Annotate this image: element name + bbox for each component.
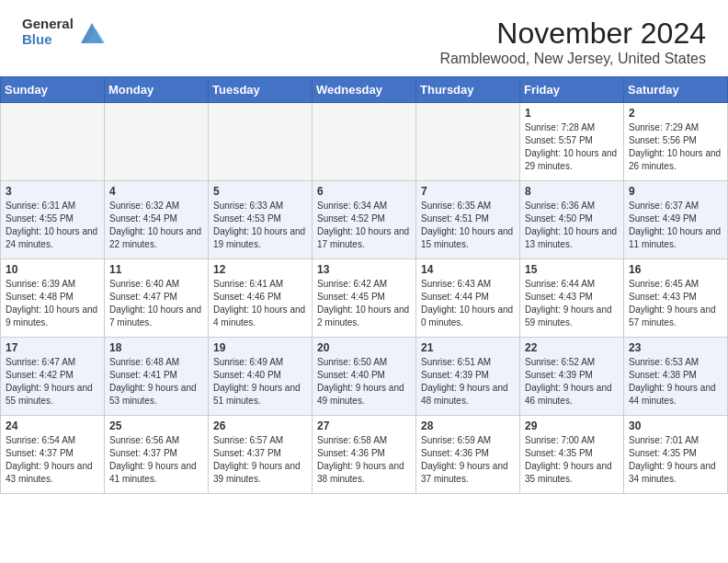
calendar-cell: 6Sunrise: 6:34 AM Sunset: 4:52 PM Daylig… <box>313 181 416 259</box>
calendar-header-saturday: Saturday <box>624 77 728 103</box>
calendar-header-sunday: Sunday <box>1 77 105 103</box>
calendar-cell: 19Sunrise: 6:49 AM Sunset: 4:40 PM Dayli… <box>209 338 313 416</box>
day-info: Sunrise: 7:01 AM Sunset: 4:35 PM Dayligh… <box>629 434 722 486</box>
day-info: Sunrise: 6:47 AM Sunset: 4:42 PM Dayligh… <box>6 356 99 408</box>
calendar-cell: 30Sunrise: 7:01 AM Sunset: 4:35 PM Dayli… <box>624 416 728 494</box>
day-info: Sunrise: 7:29 AM Sunset: 5:56 PM Dayligh… <box>629 121 722 173</box>
day-info: Sunrise: 6:43 AM Sunset: 4:44 PM Dayligh… <box>421 278 515 329</box>
calendar-cell: 13Sunrise: 6:42 AM Sunset: 4:45 PM Dayli… <box>313 259 416 338</box>
logo-text: General Blue <box>22 17 74 47</box>
day-number: 6 <box>317 185 411 198</box>
calendar-cell: 1Sunrise: 7:28 AM Sunset: 5:57 PM Daylig… <box>520 103 624 181</box>
day-info: Sunrise: 6:40 AM Sunset: 4:47 PM Dayligh… <box>109 278 203 329</box>
logo-general: General <box>22 17 74 32</box>
calendar-cell <box>313 103 416 181</box>
day-info: Sunrise: 6:34 AM Sunset: 4:52 PM Dayligh… <box>317 200 411 251</box>
calendar-cell: 2Sunrise: 7:29 AM Sunset: 5:56 PM Daylig… <box>624 103 728 181</box>
calendar-cell <box>416 103 520 181</box>
day-number: 1 <box>525 107 619 120</box>
calendar-row-0: 1Sunrise: 7:28 AM Sunset: 5:57 PM Daylig… <box>1 103 728 181</box>
day-info: Sunrise: 6:42 AM Sunset: 4:45 PM Dayligh… <box>317 278 411 329</box>
day-number: 22 <box>525 341 619 354</box>
day-info: Sunrise: 6:58 AM Sunset: 4:36 PM Dayligh… <box>317 434 411 486</box>
calendar-cell: 16Sunrise: 6:45 AM Sunset: 4:43 PM Dayli… <box>624 259 728 338</box>
day-number: 18 <box>109 341 203 354</box>
day-info: Sunrise: 6:51 AM Sunset: 4:39 PM Dayligh… <box>421 356 515 408</box>
calendar-cell: 28Sunrise: 6:59 AM Sunset: 4:36 PM Dayli… <box>416 416 520 494</box>
day-info: Sunrise: 7:00 AM Sunset: 4:35 PM Dayligh… <box>525 434 619 486</box>
calendar-cell: 4Sunrise: 6:32 AM Sunset: 4:54 PM Daylig… <box>105 181 209 259</box>
calendar-cell: 10Sunrise: 6:39 AM Sunset: 4:48 PM Dayli… <box>1 259 105 338</box>
calendar-cell: 21Sunrise: 6:51 AM Sunset: 4:39 PM Dayli… <box>416 338 520 416</box>
calendar-header-friday: Friday <box>520 77 624 103</box>
calendar-cell: 26Sunrise: 6:57 AM Sunset: 4:37 PM Dayli… <box>209 416 313 494</box>
day-info: Sunrise: 6:48 AM Sunset: 4:41 PM Dayligh… <box>109 356 203 408</box>
logo-blue: Blue <box>22 32 74 48</box>
day-number: 27 <box>317 419 411 432</box>
day-info: Sunrise: 6:56 AM Sunset: 4:37 PM Dayligh… <box>109 434 203 486</box>
calendar-cell: 9Sunrise: 6:37 AM Sunset: 4:49 PM Daylig… <box>624 181 728 259</box>
day-info: Sunrise: 6:50 AM Sunset: 4:40 PM Dayligh… <box>317 356 411 408</box>
month-title: November 2024 <box>439 17 706 51</box>
day-number: 14 <box>421 263 515 276</box>
calendar-cell <box>209 103 313 181</box>
calendar-cell: 3Sunrise: 6:31 AM Sunset: 4:55 PM Daylig… <box>1 181 105 259</box>
day-info: Sunrise: 6:49 AM Sunset: 4:40 PM Dayligh… <box>213 356 307 408</box>
day-number: 7 <box>421 185 515 198</box>
day-info: Sunrise: 6:44 AM Sunset: 4:43 PM Dayligh… <box>525 278 619 329</box>
calendar-cell: 18Sunrise: 6:48 AM Sunset: 4:41 PM Dayli… <box>105 338 209 416</box>
day-number: 2 <box>629 107 722 120</box>
day-info: Sunrise: 7:28 AM Sunset: 5:57 PM Dayligh… <box>525 121 619 173</box>
calendar-row-1: 3Sunrise: 6:31 AM Sunset: 4:55 PM Daylig… <box>1 181 728 259</box>
day-number: 16 <box>629 263 722 276</box>
day-number: 11 <box>109 263 203 276</box>
calendar-cell: 24Sunrise: 6:54 AM Sunset: 4:37 PM Dayli… <box>1 416 105 494</box>
day-number: 28 <box>421 419 515 432</box>
day-info: Sunrise: 6:31 AM Sunset: 4:55 PM Dayligh… <box>6 200 99 251</box>
calendar-cell: 27Sunrise: 6:58 AM Sunset: 4:36 PM Dayli… <box>313 416 416 494</box>
day-number: 3 <box>6 185 99 198</box>
day-info: Sunrise: 6:45 AM Sunset: 4:43 PM Dayligh… <box>629 278 722 329</box>
calendar-header-thursday: Thursday <box>416 77 520 103</box>
calendar-cell: 8Sunrise: 6:36 AM Sunset: 4:50 PM Daylig… <box>520 181 624 259</box>
day-number: 20 <box>317 341 411 354</box>
day-info: Sunrise: 6:52 AM Sunset: 4:39 PM Dayligh… <box>525 356 619 408</box>
day-info: Sunrise: 6:57 AM Sunset: 4:37 PM Dayligh… <box>213 434 307 486</box>
day-info: Sunrise: 6:37 AM Sunset: 4:49 PM Dayligh… <box>629 200 722 251</box>
calendar-cell: 14Sunrise: 6:43 AM Sunset: 4:44 PM Dayli… <box>416 259 520 338</box>
header: General Blue November 2024 Ramblewood, N… <box>0 0 728 76</box>
day-info: Sunrise: 6:41 AM Sunset: 4:46 PM Dayligh… <box>213 278 307 329</box>
calendar-cell: 11Sunrise: 6:40 AM Sunset: 4:47 PM Dayli… <box>105 259 209 338</box>
location: Ramblewood, New Jersey, United States <box>439 51 706 67</box>
day-info: Sunrise: 6:54 AM Sunset: 4:37 PM Dayligh… <box>6 434 99 486</box>
day-info: Sunrise: 6:53 AM Sunset: 4:38 PM Dayligh… <box>629 356 722 408</box>
day-number: 12 <box>213 263 307 276</box>
calendar-cell <box>1 103 105 181</box>
day-number: 26 <box>213 419 307 432</box>
day-number: 19 <box>213 341 307 354</box>
calendar-header-tuesday: Tuesday <box>209 77 313 103</box>
calendar-cell: 29Sunrise: 7:00 AM Sunset: 4:35 PM Dayli… <box>520 416 624 494</box>
calendar-cell: 22Sunrise: 6:52 AM Sunset: 4:39 PM Dayli… <box>520 338 624 416</box>
logo-icon <box>77 17 107 47</box>
day-info: Sunrise: 6:36 AM Sunset: 4:50 PM Dayligh… <box>525 200 619 251</box>
calendar-cell: 7Sunrise: 6:35 AM Sunset: 4:51 PM Daylig… <box>416 181 520 259</box>
day-info: Sunrise: 6:59 AM Sunset: 4:36 PM Dayligh… <box>421 434 515 486</box>
calendar-header-monday: Monday <box>105 77 209 103</box>
day-number: 13 <box>317 263 411 276</box>
day-number: 23 <box>629 341 722 354</box>
calendar-cell: 17Sunrise: 6:47 AM Sunset: 4:42 PM Dayli… <box>1 338 105 416</box>
day-number: 29 <box>525 419 619 432</box>
day-info: Sunrise: 6:39 AM Sunset: 4:48 PM Dayligh… <box>6 278 99 329</box>
day-number: 30 <box>629 419 722 432</box>
day-info: Sunrise: 6:32 AM Sunset: 4:54 PM Dayligh… <box>109 200 203 251</box>
day-number: 25 <box>109 419 203 432</box>
logo: General Blue <box>22 17 107 47</box>
day-number: 24 <box>6 419 99 432</box>
calendar-header-wednesday: Wednesday <box>313 77 416 103</box>
calendar-cell: 12Sunrise: 6:41 AM Sunset: 4:46 PM Dayli… <box>209 259 313 338</box>
title-block: November 2024 Ramblewood, New Jersey, Un… <box>439 17 706 67</box>
calendar-cell: 5Sunrise: 6:33 AM Sunset: 4:53 PM Daylig… <box>209 181 313 259</box>
calendar-cell <box>105 103 209 181</box>
day-number: 4 <box>109 185 203 198</box>
